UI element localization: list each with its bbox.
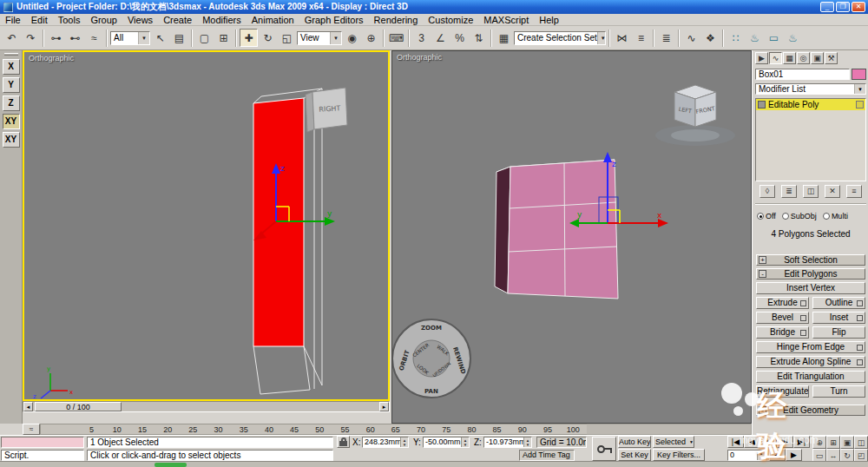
menu-item[interactable]: Edit [26,14,53,26]
outline-button[interactable]: Outline [812,297,865,309]
x-spinner[interactable]: ▴▾ [400,437,408,447]
auto-key-button[interactable]: Auto Key [618,436,651,448]
time-slider[interactable]: ◂ 0 / 100 ▸ [23,401,390,412]
box-object[interactable] [495,160,618,299]
steering-wheel[interactable]: ZOOM PAN ORBIT REWIND CENTER WALK LOOK U… [392,319,470,398]
edit-named-sets-icon[interactable]: ▦ [495,29,513,47]
render-production-icon[interactable]: ♨ [784,29,802,47]
chevron-down-icon[interactable]: ▼ [597,32,606,44]
axis-z-button[interactable]: Z [3,95,20,111]
rollout-expand-icon[interactable]: + [759,256,766,264]
pin-stack-icon[interactable]: ◊ [760,185,775,198]
radio-multi[interactable]: Multi [823,212,848,220]
go-to-start-button[interactable]: |◀ [727,436,744,448]
radio-icon[interactable] [823,213,830,220]
tab-create[interactable]: ▶ [755,52,768,64]
time-slider-thumb[interactable]: 0 / 100 [35,402,122,411]
zoom-extents-all-icon[interactable]: ◫ [854,436,868,449]
snaps-toggle-icon[interactable]: 3 [412,29,431,47]
radio-subobj[interactable]: SubObj [782,212,817,220]
render-setup-icon[interactable]: ♨ [746,29,764,47]
tab-hierarchy[interactable]: ▦ [783,52,796,64]
hinge-from-edge-button[interactable]: Hinge From Edge [756,341,865,353]
maximize-viewport-icon[interactable]: ◰ [854,449,868,462]
z-coord-field[interactable]: -10.973mm ▴▾ [483,437,532,448]
maxscript-macro-row[interactable] [1,437,84,448]
tab-display[interactable]: ▣ [811,52,824,64]
bind-to-spacewarp-icon[interactable]: ≈ [85,29,103,47]
layer-manager-icon[interactable]: ≣ [657,29,675,47]
inset-button[interactable]: Inset [812,312,865,324]
rollout-collapse-icon[interactable]: - [759,406,766,414]
rollout-collapse-icon[interactable]: - [759,270,766,278]
maximize-button[interactable]: ❐ [836,2,850,12]
select-object-icon[interactable]: ↖ [151,29,169,47]
menu-item[interactable]: Tools [53,14,86,26]
viewcube-right-face[interactable]: RIGHT [319,104,341,113]
menu-item[interactable]: Create [158,14,197,26]
insert-vertex-button[interactable]: Insert Vertex [756,282,865,294]
bevel-settings-button[interactable] [800,315,806,321]
set-key-button[interactable]: Set Key [618,449,651,461]
extrude-spline-settings-button[interactable] [857,359,863,365]
named-selection-sets-dropdown[interactable]: Create Selection Set ▼ [514,31,606,45]
next-key-button[interactable]: ▶ [786,449,802,461]
unlink-selection-icon[interactable]: ⊷ [66,29,84,47]
frame-spinner[interactable]: ▴▾ [757,451,765,460]
rendered-frame-icon[interactable]: ▭ [765,29,783,47]
select-by-name-icon[interactable]: ▤ [170,29,188,47]
axis-y-button[interactable]: Y [3,77,20,93]
stack-item-editable-poly[interactable]: Editable Poly [756,99,865,110]
viewport-label[interactable]: Orthographic [29,54,74,62]
chevron-down-icon[interactable]: ▼ [138,32,149,44]
previous-frame-button[interactable]: ◀ [744,436,760,448]
rollout-edit-geometry[interactable]: - Edit Geometry [756,405,865,416]
object-color-swatch[interactable] [852,69,866,80]
spinner-snap-icon[interactable]: ⇅ [470,29,488,47]
bevel-button[interactable]: Bevel [756,312,809,324]
maxscript-mini-listener[interactable]: Script. [1,450,84,461]
wheel-zoom-label[interactable]: ZOOM [421,325,442,332]
track-bar[interactable]: ≈ 51015202530354045505560657075808590951… [0,424,752,435]
curve-editor-icon[interactable]: ∿ [682,29,700,47]
play-button[interactable]: ▶ [760,436,777,448]
visibility-toggle-icon[interactable] [856,101,864,109]
axis-xy2-button[interactable]: XY [3,132,20,148]
rollout-edit-polygons[interactable]: - Edit Polygons [756,268,865,280]
viewport-left-canvas[interactable]: z y x y z RIGHT [24,52,388,399]
selection-lock-icon[interactable] [337,436,350,448]
close-button[interactable]: ✕ [852,2,865,12]
viewcube-left-viewport[interactable]: RIGHT [306,88,347,132]
keyboard-override-icon[interactable]: ⌨ [387,29,405,47]
tab-modify[interactable]: ∿ [769,52,782,64]
region-zoom-icon[interactable]: ▭ [812,449,826,462]
viewport-right[interactable]: Orthographic z x [391,50,752,424]
edit-triangulation-button[interactable]: Edit Triangulation [756,371,865,383]
bridge-settings-button[interactable] [800,330,806,336]
hinge-settings-button[interactable] [857,345,863,351]
current-frame-field[interactable]: 0 ▴▾ [727,450,766,461]
window-crossing-icon[interactable]: ⊞ [214,29,233,47]
set-keys-button[interactable] [592,437,616,461]
selected-set-dropdown[interactable]: Selected ▼ [653,436,694,448]
minimize-button[interactable]: _ [820,2,834,12]
mini-curve-editor-button[interactable]: ≈ [23,424,40,435]
tab-motion[interactable]: ◎ [797,52,810,64]
extrude-along-spline-button[interactable]: Extrude Along Spline [756,356,865,368]
menu-item[interactable]: Group [85,14,122,26]
schematic-view-icon[interactable]: ❖ [701,29,720,47]
rollout-soft-selection[interactable]: + Soft Selection [756,254,865,266]
menu-item[interactable]: Rendering [369,14,424,26]
menu-item[interactable]: Views [122,14,158,26]
selection-filter-dropdown[interactable]: All ▼ [110,31,150,45]
chevron-down-icon[interactable]: ▼ [689,437,694,447]
select-and-link-icon[interactable]: ⊶ [47,29,65,47]
zoom-extents-icon[interactable]: ▣ [840,436,854,449]
select-and-scale-icon[interactable]: ◱ [278,29,296,47]
viewcube-right-viewport[interactable]: LEFT FRONT [655,85,735,146]
extrude-settings-button[interactable] [800,300,806,306]
material-editor-icon[interactable]: ∷ [727,29,745,47]
select-and-manipulate-icon[interactable]: ⊕ [362,29,380,47]
axis-xy-button[interactable]: XY [3,114,20,129]
toolbar-grip[interactable] [4,53,18,56]
